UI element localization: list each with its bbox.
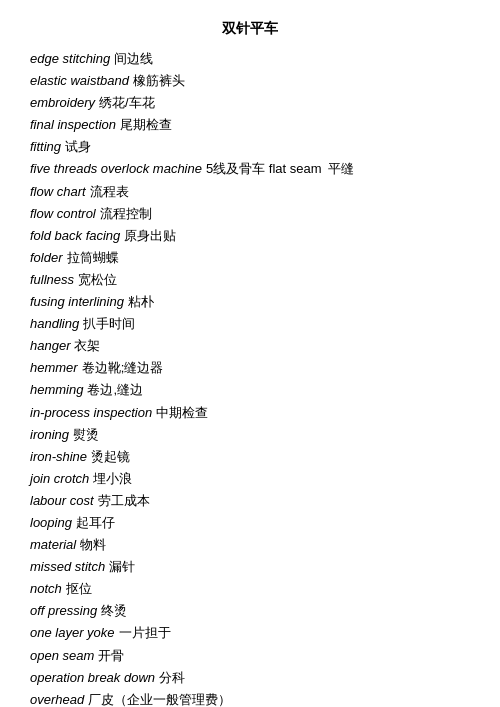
entry-english: hemming — [30, 379, 83, 401]
entry-english: fusing interlining — [30, 291, 124, 313]
list-item: open seam开骨 — [30, 645, 470, 667]
entry-english: in-process inspection — [30, 402, 152, 424]
entry-chinese: 一片担于 — [119, 622, 171, 644]
entry-chinese: 中期检查 — [156, 402, 208, 424]
list-item: hemming卷边,缝边 — [30, 379, 470, 401]
entry-chinese: 拉筒蝴蝶 — [67, 247, 119, 269]
list-item: fitting试身 — [30, 136, 470, 158]
entry-chinese: 试身 — [65, 136, 91, 158]
entry-note: 平缝 — [328, 158, 354, 180]
list-item: folder拉筒蝴蝶 — [30, 247, 470, 269]
entry-english: fullness — [30, 269, 74, 291]
entry-chinese: 衣架 — [74, 335, 100, 357]
entry-english: notch — [30, 578, 62, 600]
entry-english: one layer yoke — [30, 622, 115, 644]
entry-english: labour cost — [30, 490, 94, 512]
entry-chinese: 绣花/车花 — [99, 92, 155, 114]
entry-chinese: 粘朴 — [128, 291, 154, 313]
entry-english: elastic waistband — [30, 70, 129, 92]
entry-chinese: 间边线 — [114, 48, 153, 70]
entry-english: flow chart — [30, 181, 86, 203]
list-item: material物料 — [30, 534, 470, 556]
list-item: fold back facing原身出贴 — [30, 225, 470, 247]
entry-english: hanger — [30, 335, 70, 357]
entry-chinese: 卷边靴;缝边器 — [82, 357, 164, 379]
list-item: elastic waistband橡筋裤头 — [30, 70, 470, 92]
list-item: notch抠位 — [30, 578, 470, 600]
entry-chinese: 烫起镜 — [91, 446, 130, 468]
entry-english: operation break down — [30, 667, 155, 689]
entry-english: open seam — [30, 645, 94, 667]
entry-chinese: 卷边,缝边 — [87, 379, 143, 401]
entry-english: off pressing — [30, 600, 97, 622]
list-item: edge stitching间边线 — [30, 48, 470, 70]
list-item: fullness宽松位 — [30, 269, 470, 291]
entry-chinese: 分科 — [159, 667, 185, 689]
entry-english: folder — [30, 247, 63, 269]
entry-chinese: 开骨 — [98, 645, 124, 667]
list-item: five threads overlock machine5线及骨车 flat … — [30, 158, 470, 180]
list-item: overhead厂皮（企业一般管理费） — [30, 689, 470, 707]
entry-chinese: 劳工成本 — [98, 490, 150, 512]
entry-chinese: 宽松位 — [78, 269, 117, 291]
list-item: looping起耳仔 — [30, 512, 470, 534]
entry-english: join crotch — [30, 468, 89, 490]
page-title: 双针平车 — [30, 20, 470, 38]
list-item: one layer yoke一片担于 — [30, 622, 470, 644]
entry-english: flow control — [30, 203, 96, 225]
entry-english: fitting — [30, 136, 61, 158]
list-item: hanger衣架 — [30, 335, 470, 357]
entry-chinese: 熨烫 — [73, 424, 99, 446]
list-item: handling扒手时间 — [30, 313, 470, 335]
entry-english: handling — [30, 313, 79, 335]
list-item: iron-shine烫起镜 — [30, 446, 470, 468]
entry-english: missed stitch — [30, 556, 105, 578]
list-item: fusing interlining粘朴 — [30, 291, 470, 313]
entry-english: final inspection — [30, 114, 116, 136]
entry-chinese: 漏针 — [109, 556, 135, 578]
entry-chinese: 终烫 — [101, 600, 127, 622]
list-item: flow chart流程表 — [30, 181, 470, 203]
list-item: hemmer卷边靴;缝边器 — [30, 357, 470, 379]
list-item: join crotch埋小浪 — [30, 468, 470, 490]
entry-chinese: 扒手时间 — [83, 313, 135, 335]
entry-chinese: 抠位 — [66, 578, 92, 600]
entry-english: fold back facing — [30, 225, 120, 247]
entry-chinese: 埋小浪 — [93, 468, 132, 490]
list-item: labour cost劳工成本 — [30, 490, 470, 512]
entry-english: iron-shine — [30, 446, 87, 468]
entry-english: looping — [30, 512, 72, 534]
list-item: off pressing终烫 — [30, 600, 470, 622]
list-item: ironing熨烫 — [30, 424, 470, 446]
list-item: missed stitch漏针 — [30, 556, 470, 578]
entry-english: material — [30, 534, 76, 556]
entry-chinese: 物料 — [80, 534, 106, 556]
entry-chinese: 起耳仔 — [76, 512, 115, 534]
entry-english: ironing — [30, 424, 69, 446]
entry-english: embroidery — [30, 92, 95, 114]
list-item: final inspection尾期检查 — [30, 114, 470, 136]
list-item: flow control流程控制 — [30, 203, 470, 225]
list-item: operation break down分科 — [30, 667, 470, 689]
list-item: in-process inspection中期检查 — [30, 402, 470, 424]
list-item: embroidery绣花/车花 — [30, 92, 470, 114]
entry-chinese: 厂皮（企业一般管理费） — [88, 689, 231, 707]
entry-chinese: 5线及骨车 flat seam — [206, 158, 322, 180]
entry-chinese: 橡筋裤头 — [133, 70, 185, 92]
entry-english: five threads overlock machine — [30, 158, 202, 180]
entry-english: hemmer — [30, 357, 78, 379]
entry-chinese: 流程表 — [90, 181, 129, 203]
entry-chinese: 流程控制 — [100, 203, 152, 225]
entry-chinese: 尾期检查 — [120, 114, 172, 136]
entry-english: edge stitching — [30, 48, 110, 70]
entry-chinese: 原身出贴 — [124, 225, 176, 247]
entry-english: overhead — [30, 689, 84, 707]
